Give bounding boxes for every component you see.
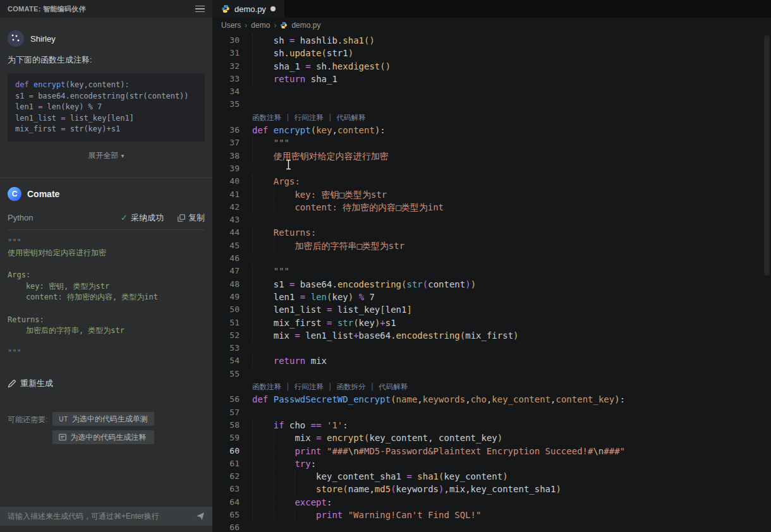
- line-number: 33: [212, 73, 240, 85]
- code-line[interactable]: 34: [212, 85, 771, 98]
- indent-guide: [274, 483, 295, 495]
- codelens-action[interactable]: 代码解释: [337, 113, 366, 122]
- code-line[interactable]: 43: [212, 214, 771, 226]
- line-content: content: 待加密的内容□类型为int: [252, 201, 444, 214]
- line-number: 37: [212, 136, 240, 149]
- tab-title: demo.py: [234, 4, 266, 14]
- prompt-input[interactable]: [8, 512, 191, 521]
- code-token: 类型为int: [401, 201, 444, 214]
- code-line[interactable]: 58if cho == '1':: [212, 419, 771, 432]
- code-line[interactable]: 38使用密钥对给定内容进行加密: [212, 150, 771, 162]
- codelens-action[interactable]: 行间注释: [294, 113, 324, 122]
- code-line[interactable]: 35: [212, 98, 771, 111]
- indent-guide: [252, 419, 274, 432]
- code-token: str: [406, 278, 422, 291]
- code-line[interactable]: 53: [212, 342, 771, 354]
- python-icon: [280, 21, 288, 29]
- code-token: ): [497, 432, 502, 444]
- code-line[interactable]: 42content: 待加密的内容□类型为int: [212, 201, 771, 214]
- breadcrumb-item-demo[interactable]: demo: [251, 21, 270, 30]
- code-line[interactable]: 45加密后的字符串□类型为str: [212, 239, 771, 252]
- code-line[interactable]: 52mix = len1_list+base64.encodestring(mi…: [212, 329, 771, 342]
- code-token: sha1: [417, 470, 439, 483]
- regenerate-button[interactable]: 重新生成: [8, 378, 205, 389]
- code-token: mix_first: [15, 124, 61, 133]
- code-token: ###": [604, 445, 625, 457]
- code-line[interactable]: 37""": [212, 136, 771, 149]
- expand-all-button[interactable]: 展开全部▾: [8, 150, 205, 161]
- tab-demo-py[interactable]: demo.py: [212, 0, 284, 18]
- code-token: "###: [327, 445, 348, 457]
- code-line[interactable]: 56def PasswdSecretWD_encrypt(name,keywor…: [212, 393, 771, 406]
- code-line[interactable]: 61try:: [212, 457, 771, 470]
- code-line[interactable]: 51mix_first = str(key)+s1: [212, 317, 771, 329]
- codelens-action[interactable]: 代码解释: [379, 382, 408, 391]
- indent-guide: [252, 201, 274, 214]
- code-line[interactable]: 57: [212, 406, 771, 419]
- generate-unit-test-button[interactable]: UT 为选中的代码生成单测: [52, 412, 154, 426]
- code-line[interactable]: 60print "###\n#MD5-Password&Plaintext En…: [212, 445, 771, 457]
- code-token: name,: [348, 483, 375, 495]
- divider: [0, 178, 212, 178]
- code-line[interactable]: 59mix = encrypt(key_content, content_key…: [212, 432, 771, 444]
- code-token: =: [316, 432, 321, 444]
- code-line[interactable]: 47""": [212, 265, 771, 277]
- code-token: encrypt: [327, 432, 364, 444]
- modified-indicator[interactable]: [270, 6, 276, 11]
- code-line[interactable]: 32sha_1 = sh.hexdigest(): [212, 60, 771, 73]
- prompt-label: 为下面的函数生成注释:: [8, 54, 205, 66]
- codelens-action[interactable]: 行间注释: [294, 382, 324, 391]
- code-line[interactable]: 55: [212, 368, 771, 380]
- line-content: s1 = base64.encodestring(str(content)): [252, 278, 476, 291]
- code-token: (: [423, 278, 428, 291]
- code-line[interactable]: 41key: 密钥□类型为str: [212, 188, 771, 201]
- code-line[interactable]: 48s1 = base64.encodestring(str(content)): [212, 278, 771, 291]
- codelens-action[interactable]: 函数注释: [252, 382, 281, 391]
- code-token: ]: [406, 303, 411, 316]
- indent-guide: [252, 47, 274, 59]
- code-line[interactable]: 36def encrypt(key,content):: [212, 124, 771, 136]
- copy-button[interactable]: 复制: [178, 212, 205, 224]
- code-token: len1_list: [300, 329, 353, 342]
- code-line[interactable]: 62key_content_sha1 = sha1(key_content): [212, 470, 771, 483]
- generate-comment-button[interactable]: 为选中的代码生成注释: [52, 430, 154, 444]
- indent-guide: [252, 291, 274, 303]
- prompt-code-block: def encrypt(key,content):s1 = base64.enc…: [8, 73, 205, 142]
- code-token: '1': [327, 419, 343, 432]
- code-line[interactable]: 65print "Warning!Can't Find SQL!": [212, 509, 771, 521]
- code-line[interactable]: 66: [212, 521, 771, 532]
- code-line[interactable]: 64except:: [212, 496, 771, 509]
- code-token: ): [471, 278, 476, 291]
- line-number: 32: [212, 60, 240, 73]
- codelens-separator: |: [324, 382, 337, 391]
- codelens-action[interactable]: 函数注释: [252, 113, 281, 122]
- vertical-scrollbar[interactable]: [764, 35, 770, 275]
- code-lines[interactable]: 30sh = hashlib.sha1()31sh.update(str1)32…: [212, 33, 771, 532]
- code-token: encrypt: [33, 80, 66, 89]
- code-token: def: [252, 393, 274, 406]
- code-line[interactable]: 33return sha_1: [212, 73, 771, 85]
- code-line[interactable]: 63store(name,md5(keywords),mix,key_conte…: [212, 483, 771, 495]
- codelens-action[interactable]: 函数拆分: [337, 382, 366, 391]
- code-token: (: [353, 317, 358, 329]
- code-line[interactable]: 39: [212, 162, 771, 175]
- menu-icon[interactable]: [195, 6, 205, 13]
- code-line[interactable]: 31sh.update(str1): [212, 47, 771, 59]
- breadcrumb-item-users[interactable]: Users: [221, 21, 241, 30]
- indent-guide: [274, 457, 295, 470]
- line-number: 31: [212, 47, 240, 59]
- send-icon[interactable]: [196, 512, 205, 521]
- code-line[interactable]: 49len1 = len(key) % 7: [212, 291, 771, 303]
- code-line[interactable]: 46: [212, 252, 771, 265]
- code-line[interactable]: 40Args:: [212, 175, 771, 188]
- code-token: ): [348, 291, 353, 303]
- code-line[interactable]: 50len1_list = list_key[len1]: [212, 303, 771, 316]
- line-number: 35: [212, 98, 240, 111]
- code-line[interactable]: 30sh = hashlib.sha1(): [212, 34, 771, 47]
- code-line[interactable]: 54return mix: [212, 354, 771, 367]
- indent-guide: [252, 483, 274, 495]
- result-line: [8, 303, 205, 315]
- code-line[interactable]: 44Returns:: [212, 226, 771, 239]
- code-token: (key,content):: [65, 80, 129, 89]
- breadcrumb-item-file[interactable]: demo.py: [291, 21, 320, 30]
